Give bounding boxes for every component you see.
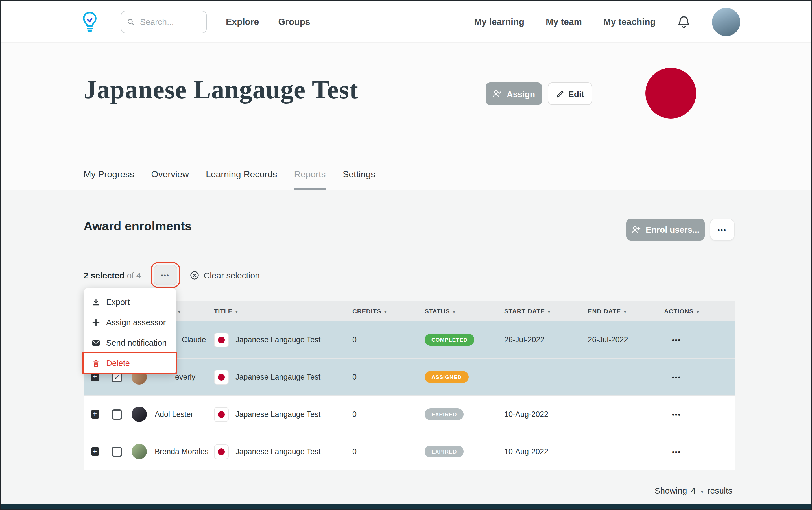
end-date: 26-Jul-2022	[588, 336, 664, 344]
credits-value: 0	[352, 410, 425, 419]
table-header-row: ▾ TITLE▾ CREDITS▾ STATUS▾ START DATE▾ EN…	[84, 301, 735, 321]
award-title[interactable]: Japanese Langauge Test	[235, 336, 320, 344]
results-count: Showing 4 ▾ results	[655, 486, 732, 495]
table-row: + Adol Lester Japanese Langauge Test 0 E…	[84, 395, 735, 433]
award-title[interactable]: Japanese Langauge Test	[235, 447, 320, 456]
app-window: Explore Groups My learning My team My te…	[0, 0, 812, 510]
nav-groups[interactable]: Groups	[278, 17, 310, 27]
selection-count: 2 selected of 4	[84, 270, 141, 280]
row-actions-button[interactable]: •••	[672, 411, 681, 418]
search-box	[121, 10, 207, 33]
column-actions[interactable]: ACTIONS▾	[664, 308, 735, 314]
expand-row-icon[interactable]: +	[91, 410, 99, 419]
bulk-actions-button[interactable]: •••	[153, 265, 177, 285]
envelope-icon	[91, 338, 100, 347]
expand-row-icon[interactable]: +	[91, 447, 99, 456]
lightbulb-logo-icon[interactable]	[81, 11, 98, 32]
column-title[interactable]: TITLE▾	[214, 308, 352, 314]
column-status[interactable]: STATUS▾	[425, 308, 504, 314]
credits-value: 0	[352, 336, 425, 344]
tab-settings[interactable]: Settings	[343, 169, 376, 190]
column-start-date[interactable]: START DATE▾	[504, 308, 588, 314]
search-input[interactable]	[139, 17, 200, 27]
menu-item-delete[interactable]: Delete	[84, 353, 176, 373]
footer-strip	[1, 504, 811, 509]
learner-name[interactable]: Brenda Morales	[150, 447, 214, 456]
user-avatar[interactable]	[712, 8, 740, 36]
learner-name[interactable]: Adol Lester	[150, 410, 214, 419]
menu-send-notification-label: Send notification	[106, 338, 167, 347]
japan-flag-icon	[214, 444, 229, 459]
nav-my-learning[interactable]: My learning	[474, 17, 524, 27]
credits-value: 0	[352, 373, 425, 381]
clear-selection-button[interactable]: Clear selection	[190, 270, 260, 280]
sort-caret-icon: ▾	[697, 309, 699, 314]
showing-label: Showing	[655, 486, 687, 495]
tab-my-progress[interactable]: My Progress	[84, 169, 135, 190]
plus-icon	[91, 318, 100, 327]
start-date: 10-Aug-2022	[504, 447, 588, 456]
assign-button[interactable]: Assign	[486, 82, 542, 105]
row-checkbox[interactable]	[112, 409, 122, 419]
pencil-icon	[556, 89, 564, 98]
chevron-down-icon: ▾	[701, 489, 703, 495]
download-icon	[91, 298, 100, 307]
person-add-icon	[632, 225, 641, 234]
learner-avatar	[131, 444, 147, 459]
results-per-page-dropdown[interactable]: 4 ▾	[691, 486, 703, 495]
japan-flag-icon	[214, 332, 229, 347]
selection-bar: 2 selected of 4 ••• Clear selection	[84, 264, 260, 286]
results-label: results	[707, 486, 732, 495]
search-icon	[127, 17, 135, 26]
table-row: + Brenda Morales Japanese Langauge Test …	[84, 433, 735, 470]
sort-caret-icon: ▾	[235, 309, 238, 314]
row-actions-button[interactable]: •••	[672, 448, 681, 455]
japan-flag-icon	[214, 407, 229, 422]
award-title[interactable]: Japanese Langauge Test	[235, 410, 320, 419]
menu-item-assign-assessor[interactable]: Assign assessor	[84, 312, 176, 333]
sort-caret-icon: ▾	[178, 309, 181, 314]
row-actions-button[interactable]: •••	[672, 337, 681, 343]
menu-item-send-notification[interactable]: Send notification	[84, 333, 176, 353]
status-badge: EXPIRED	[425, 408, 464, 420]
nav-explore[interactable]: Explore	[226, 17, 259, 27]
nav-right-group: My learning My team My teaching	[474, 8, 740, 36]
edit-button-label: Edit	[568, 89, 584, 98]
menu-item-export[interactable]: Export	[84, 292, 176, 312]
sort-caret-icon: ▾	[384, 309, 387, 314]
section-heading: Award enrolments	[84, 219, 192, 234]
japan-flag-icon	[214, 370, 229, 384]
row-actions-button[interactable]: •••	[672, 374, 681, 381]
page-title: Japanese Langauge Test	[84, 75, 358, 105]
nav-my-team[interactable]: My team	[546, 17, 582, 27]
notifications-bell-icon[interactable]	[677, 15, 691, 29]
enrol-users-button[interactable]: Enrol users...	[626, 219, 705, 240]
row-checkbox[interactable]	[112, 447, 122, 457]
person-check-icon	[493, 89, 502, 98]
tab-overview[interactable]: Overview	[151, 169, 189, 190]
tab-bar: My Progress Overview Learning Records Re…	[84, 169, 375, 190]
table-row: + ✓ everly Japanese Langauge Test 0 ASSI…	[84, 358, 735, 395]
award-title[interactable]: Japanese Langauge Test	[235, 373, 320, 381]
start-date: 26-Jul-2022	[504, 336, 588, 344]
status-badge: ASSIGNED	[425, 371, 468, 383]
trash-icon	[91, 359, 100, 368]
bulk-actions-menu: Export Assign assessor Send notification	[84, 288, 176, 374]
assign-button-label: Assign	[507, 89, 535, 98]
menu-export-label: Export	[106, 298, 130, 307]
page-more-actions-button[interactable]: •••	[710, 219, 735, 240]
edit-button[interactable]: Edit	[548, 82, 592, 105]
column-end-date[interactable]: END DATE▾	[588, 308, 664, 314]
tab-reports[interactable]: Reports	[294, 169, 326, 190]
sort-caret-icon: ▾	[548, 309, 551, 314]
tab-learning-records[interactable]: Learning Records	[206, 169, 277, 190]
sort-caret-icon: ▾	[624, 309, 627, 314]
enrolments-table: ▾ TITLE▾ CREDITS▾ STATUS▾ START DATE▾ EN…	[84, 301, 735, 470]
status-badge: COMPLETED	[425, 334, 474, 346]
column-credits[interactable]: CREDITS▾	[352, 308, 425, 314]
japan-flag-image	[645, 68, 696, 119]
nav-my-teaching[interactable]: My teaching	[603, 17, 656, 27]
status-badge: EXPIRED	[425, 446, 464, 457]
reports-content: Award enrolments Enrol users... ••• 2 se…	[1, 190, 811, 507]
selection-count-total: of 4	[127, 270, 141, 280]
